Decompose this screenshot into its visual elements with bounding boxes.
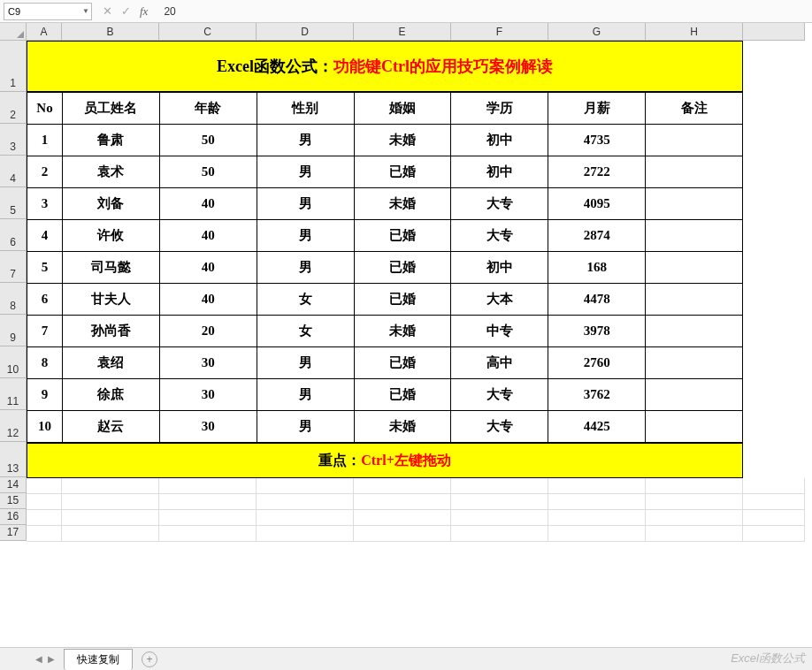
row-header-5[interactable]: 5 [0, 187, 27, 219]
cell-name[interactable]: 孙尚香 [62, 316, 159, 347]
cell-gender[interactable]: 男 [257, 411, 354, 443]
cell-name[interactable]: 徐庶 [62, 379, 159, 411]
cell-note[interactable] [646, 188, 743, 220]
cell-marital[interactable]: 未婚 [354, 411, 451, 443]
row-header-3[interactable]: 3 [0, 124, 27, 156]
cell-marital[interactable]: 已婚 [354, 252, 451, 284]
cell-edu[interactable]: 初中 [451, 125, 548, 156]
column-header-H[interactable]: H [646, 23, 743, 41]
row-header-17[interactable]: 17 [0, 525, 27, 541]
cell-gender[interactable]: 男 [257, 379, 354, 411]
empty-cell[interactable] [27, 526, 62, 542]
cell-edu[interactable]: 初中 [451, 156, 548, 188]
cell-age[interactable]: 40 [159, 220, 257, 252]
empty-cell[interactable] [27, 478, 62, 494]
table-header-7[interactable]: 备注 [646, 93, 743, 125]
row-header-9[interactable]: 9 [0, 315, 27, 346]
cell-gender[interactable]: 男 [257, 125, 354, 156]
empty-cell[interactable] [62, 478, 159, 494]
cell-note[interactable] [646, 125, 743, 156]
empty-cell[interactable] [451, 510, 548, 526]
cell-edu[interactable]: 大专 [451, 220, 548, 252]
cell-edu[interactable]: 初中 [451, 252, 548, 284]
cell-no[interactable]: 9 [27, 379, 63, 411]
cell-no[interactable]: 7 [27, 316, 63, 347]
cell-no[interactable]: 4 [27, 220, 63, 252]
column-header-extra[interactable] [743, 23, 805, 41]
cell-marital[interactable]: 已婚 [354, 379, 451, 411]
cell-age[interactable]: 30 [159, 347, 257, 379]
empty-cell[interactable] [257, 510, 354, 526]
cell-note[interactable] [646, 411, 743, 443]
cell-age[interactable]: 30 [159, 411, 257, 443]
cells-area[interactable]: Excel函数公式： 功能键Ctrl的应用技巧案例解读 No员工姓名年龄性别婚姻… [27, 41, 805, 542]
cell-age[interactable]: 30 [159, 379, 257, 411]
cell-gender[interactable]: 男 [257, 347, 354, 379]
formula-input[interactable] [158, 3, 808, 20]
enter-icon[interactable]: ✓ [121, 4, 131, 18]
empty-cell[interactable] [743, 526, 805, 542]
empty-cell[interactable] [646, 478, 743, 494]
cell-no[interactable]: 10 [27, 411, 63, 443]
cell-marital[interactable]: 未婚 [354, 188, 451, 220]
cell-age[interactable]: 40 [159, 188, 257, 220]
cell-name[interactable]: 鲁肃 [62, 125, 159, 156]
empty-cell[interactable] [27, 510, 62, 526]
empty-cell[interactable] [354, 526, 451, 542]
cell-note[interactable] [646, 220, 743, 252]
cell-edu[interactable]: 中专 [451, 316, 548, 347]
cell-age[interactable]: 50 [159, 125, 257, 156]
row-header-7[interactable]: 7 [0, 251, 27, 283]
cell-salary[interactable]: 4425 [548, 411, 646, 443]
column-header-F[interactable]: F [451, 23, 548, 41]
cell-gender[interactable]: 男 [257, 220, 354, 252]
cell-marital[interactable]: 已婚 [354, 220, 451, 252]
cell-salary[interactable]: 2874 [548, 220, 646, 252]
cell-marital[interactable]: 未婚 [354, 125, 451, 156]
cell-age[interactable]: 40 [159, 252, 257, 284]
empty-cell[interactable] [159, 526, 257, 542]
add-sheet-button[interactable]: + [142, 651, 157, 667]
cell-gender[interactable]: 男 [257, 156, 354, 188]
nav-first-icon[interactable]: ◀ [35, 654, 42, 664]
table-header-5[interactable]: 学历 [451, 93, 548, 125]
column-header-E[interactable]: E [354, 23, 451, 41]
cell-note[interactable] [646, 316, 743, 347]
table-header-2[interactable]: 年龄 [159, 93, 257, 125]
empty-cell[interactable] [548, 478, 646, 494]
cell-salary[interactable]: 3762 [548, 379, 646, 411]
cell-edu[interactable]: 大本 [451, 284, 548, 316]
column-header-G[interactable]: G [548, 23, 646, 41]
cell-marital[interactable]: 已婚 [354, 156, 451, 188]
empty-cell[interactable] [743, 494, 805, 510]
cell-salary[interactable]: 2722 [548, 156, 646, 188]
table-header-6[interactable]: 月薪 [548, 93, 646, 125]
select-all-corner[interactable] [0, 23, 27, 41]
cell-salary[interactable]: 3978 [548, 316, 646, 347]
row-header-11[interactable]: 11 [0, 378, 27, 410]
table-header-1[interactable]: 员工姓名 [62, 93, 159, 125]
cell-no[interactable]: 2 [27, 156, 63, 188]
name-box[interactable]: C9 ▼ [4, 3, 92, 20]
row-header-15[interactable]: 15 [0, 493, 27, 509]
empty-cell[interactable] [743, 510, 805, 526]
cell-gender[interactable]: 女 [257, 284, 354, 316]
empty-cell[interactable] [257, 526, 354, 542]
empty-cell[interactable] [548, 510, 646, 526]
cell-name[interactable]: 赵云 [62, 411, 159, 443]
empty-cell[interactable] [257, 478, 354, 494]
cell-gender[interactable]: 女 [257, 316, 354, 347]
row-header-12[interactable]: 12 [0, 410, 27, 442]
empty-cell[interactable] [27, 494, 62, 510]
nav-last-icon[interactable]: ▶ [48, 654, 55, 664]
row-header-2[interactable]: 2 [0, 92, 27, 124]
cell-marital[interactable]: 已婚 [354, 347, 451, 379]
cell-name[interactable]: 刘备 [62, 188, 159, 220]
cell-edu[interactable]: 高中 [451, 347, 548, 379]
cell-gender[interactable]: 男 [257, 188, 354, 220]
cell-marital[interactable]: 已婚 [354, 284, 451, 316]
column-header-B[interactable]: B [62, 23, 159, 41]
fx-icon[interactable]: fx [140, 4, 148, 19]
row-header-4[interactable]: 4 [0, 156, 27, 187]
empty-cell[interactable] [451, 526, 548, 542]
